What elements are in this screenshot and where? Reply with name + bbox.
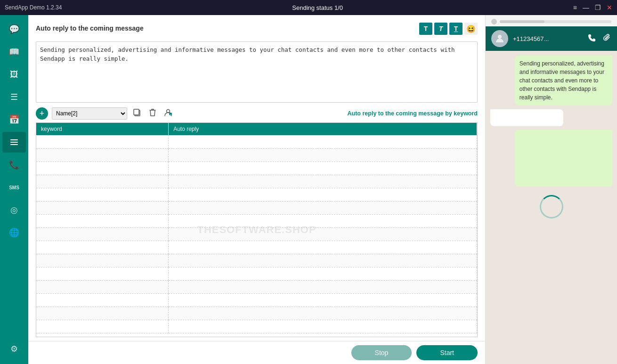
autoreply-cell[interactable] [169,267,477,280]
sidebar-item-phone[interactable]: 📞 [2,154,26,175]
status-title: Sending status 1/0 [292,4,343,11]
main-content: Auto reply to the coming message T T T 😆… [28,15,485,364]
user-icon-btn[interactable]: + [162,107,174,120]
table-row [36,162,477,175]
maximize-icon[interactable]: ❐ [595,4,601,11]
main-panel: Auto reply to the coming message T T T 😆… [28,15,485,341]
sidebar-item-sms[interactable]: SMS [2,177,26,198]
autoreply-cell[interactable] [169,162,477,175]
table-row [36,267,477,280]
progress-bar-track [500,20,611,23]
autoreply-cell[interactable] [169,214,477,227]
keyword-cell[interactable] [36,280,169,293]
chat-preview: +11234567... [486,26,617,364]
autoreply-cell[interactable] [169,241,477,254]
svg-text:+: + [170,113,171,116]
keyword-cell[interactable] [36,135,169,148]
start-button[interactable]: Start [416,345,478,360]
app-container: 💬 📖 🖼 ☰ 📅 📞 SMS ◎ 🌐 ⚙ Auto reply to th [0,15,617,364]
autoreply-cell[interactable] [169,307,477,320]
chat-message-text: Sending personalized, advertising and in… [520,60,604,101]
keyword-section: + Name[2] Name[1] Name[3] [36,107,478,337]
sidebar-item-calendar[interactable]: 📅 [2,109,26,130]
autoreply-cell[interactable] [169,188,477,201]
svg-rect-2 [10,144,18,145]
autoreply-cell[interactable] [169,227,477,241]
chat-avatar [491,30,508,47]
emoji-btn[interactable]: 😆 [464,23,478,35]
sidebar-item-globe[interactable]: 🌐 [2,222,26,243]
keyword-toolbar: + Name[2] Name[1] Name[3] [36,107,478,120]
keyword-cell[interactable] [36,214,169,227]
keyword-cell[interactable] [36,175,169,188]
table-row [36,293,477,307]
autoreply-cell[interactable] [169,293,477,307]
app-title: SendApp Demo 1.2.34 [5,4,62,11]
keyword-cell[interactable] [36,201,169,214]
svg-rect-1 [10,142,18,143]
table-row [36,214,477,227]
keyword-cell[interactable] [36,162,169,175]
sidebar-item-book[interactable]: 📖 [2,41,26,62]
auto-reply-title: Auto reply to the coming message [36,24,144,32]
sidebar-item-circle[interactable]: ◎ [2,200,26,220]
keyword-cell[interactable] [36,267,169,280]
menu-icon[interactable]: ≡ [573,4,577,11]
table-row [36,135,477,148]
underline-btn[interactable]: T [449,23,463,35]
autoreply-cell[interactable] [169,254,477,267]
phone-call-icon[interactable] [588,33,596,44]
autoreply-cell[interactable] [169,201,477,214]
autoreply-cell[interactable] [169,135,477,148]
autoreply-cell[interactable] [169,280,477,293]
close-icon[interactable]: ✕ [607,4,612,11]
table-scroll[interactable]: keyword Auto reply [36,123,477,337]
chat-bubble-sent: Sending personalized, advertising and in… [515,56,612,105]
svg-rect-0 [10,139,18,140]
progress-area [486,15,617,26]
keyword-table: keyword Auto reply [36,123,477,333]
sidebar-item-settings[interactable]: ⚙ [2,339,26,359]
autoreply-cell[interactable] [169,320,477,333]
bold-btn[interactable]: T [419,23,432,35]
table-row [36,227,477,241]
sidebar-bottom: ⚙ [2,339,26,359]
chat-header: +11234567... [486,26,617,51]
sidebar-item-layers[interactable] [2,132,26,153]
sidebar-item-image[interactable]: 🖼 [2,64,26,85]
autoreply-cell[interactable] [169,148,477,162]
bottom-bar: Stop Start [28,341,485,364]
svg-rect-4 [134,109,139,115]
keyword-cell[interactable] [36,188,169,201]
table-row [36,148,477,162]
keyword-cell[interactable] [36,320,169,333]
keyword-cell[interactable] [36,293,169,307]
chat-bubble-sent-empty [515,130,612,186]
keyword-cell[interactable] [36,307,169,320]
table-row [36,280,477,293]
paperclip-icon[interactable] [603,33,611,44]
keyword-cell[interactable] [36,254,169,267]
keyword-cell[interactable] [36,148,169,162]
sidebar-item-list[interactable]: ☰ [2,87,26,107]
minimize-icon[interactable]: — [583,4,589,11]
table-row [36,254,477,267]
window-controls: ≡ — ❐ ✕ [573,4,612,11]
table-row [36,201,477,214]
delete-icon-btn[interactable] [147,107,158,120]
italic-btn[interactable]: T [434,23,447,35]
sidebar-item-chat[interactable]: 💬 [2,19,26,40]
autoreply-cell[interactable] [169,175,477,188]
keyword-cell[interactable] [36,241,169,254]
chat-body: Sending personalized, advertising and in… [486,51,617,364]
table-row [36,241,477,254]
table-row [36,307,477,320]
sidebar: 💬 📖 🖼 ☰ 📅 📞 SMS ◎ 🌐 ⚙ [0,15,28,364]
copy-icon-btn[interactable] [131,107,143,120]
message-editor[interactable] [36,41,478,103]
chat-header-icons [588,33,611,44]
keyword-cell[interactable] [36,227,169,241]
stop-button[interactable]: Stop [351,345,412,360]
add-keyword-button[interactable]: + [36,107,48,120]
name-dropdown[interactable]: Name[2] Name[1] Name[3] [52,107,127,120]
